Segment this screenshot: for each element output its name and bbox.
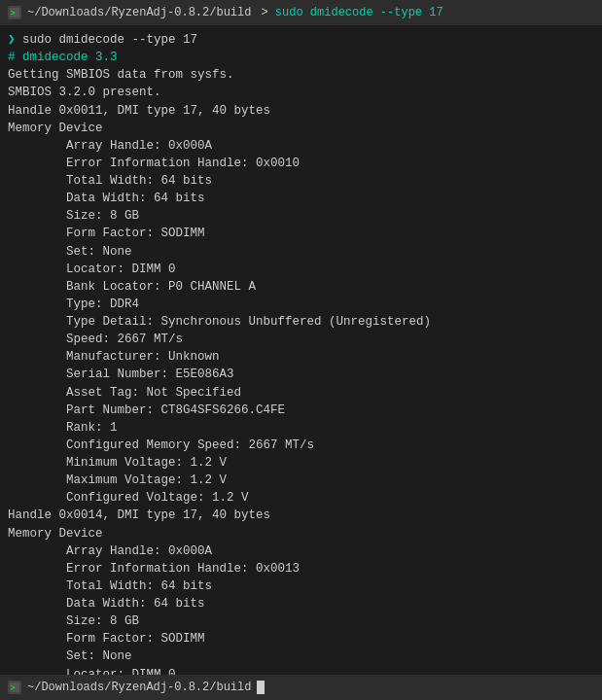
terminal-line: Speed: 2667 MT/s xyxy=(8,331,594,348)
terminal-line: Locator: DIMM 0 xyxy=(8,666,594,676)
bottom-terminal-icon: > xyxy=(8,681,21,694)
terminal-line: Configured Voltage: 1.2 V xyxy=(8,489,594,507)
terminal-line: Locator: DIMM 0 xyxy=(8,261,594,278)
terminal-line: Getting SMBIOS data from sysfs. xyxy=(8,66,594,84)
terminal-window: > ~/Downloads/RyzenAdj-0.8.2/build > sud… xyxy=(0,0,602,700)
cursor xyxy=(257,681,265,694)
terminal-line: Form Factor: SODIMM xyxy=(8,630,594,648)
terminal-line: Handle 0x0014, DMI type 17, 40 bytes xyxy=(8,507,594,524)
title-bar-path: ~/Downloads/RyzenAdj-0.8.2/build xyxy=(27,6,251,19)
terminal-line: Size: 8 GB xyxy=(8,207,594,225)
terminal-content[interactable]: ❯ sudo dmidecode --type 17# dmidecode 3.… xyxy=(0,25,602,675)
terminal-line: Form Factor: SODIMM xyxy=(8,225,594,242)
terminal-line: Serial Number: E5E086A3 xyxy=(8,366,594,383)
terminal-line: Bank Locator: P0 CHANNEL A xyxy=(8,278,594,296)
terminal-line: Type: DDR4 xyxy=(8,296,594,313)
terminal-line: Minimum Voltage: 1.2 V xyxy=(8,454,594,472)
svg-text:>: > xyxy=(11,9,16,18)
terminal-icon: > xyxy=(8,6,21,19)
terminal-line: Rank: 1 xyxy=(8,419,594,437)
title-bar-command: > sudo dmidecode --type 17 xyxy=(261,6,443,19)
terminal-line: Size: 8 GB xyxy=(8,612,594,630)
terminal-line: Memory Device xyxy=(8,525,594,542)
terminal-line: Asset Tag: Not Specified xyxy=(8,384,594,402)
terminal-line: Configured Memory Speed: 2667 MT/s xyxy=(8,437,594,454)
terminal-line: Memory Device xyxy=(8,120,594,137)
terminal-line: Total Width: 64 bits xyxy=(8,172,594,190)
bottom-bar: > ~/Downloads/RyzenAdj-0.8.2/build xyxy=(0,675,602,700)
terminal-line: Type Detail: Synchronous Unbuffered (Unr… xyxy=(8,313,594,331)
terminal-line: SMBIOS 3.2.0 present. xyxy=(8,84,594,101)
terminal-line: Set: None xyxy=(8,648,594,665)
terminal-line: Data Width: 64 bits xyxy=(8,190,594,207)
terminal-line: Part Number: CT8G4SFS6266.C4FE xyxy=(8,402,594,419)
terminal-line: Handle 0x0011, DMI type 17, 40 bytes xyxy=(8,102,594,120)
title-bar: > ~/Downloads/RyzenAdj-0.8.2/build > sud… xyxy=(0,0,602,25)
terminal-line: Total Width: 64 bits xyxy=(8,578,594,595)
terminal-line: Maximum Voltage: 1.2 V xyxy=(8,472,594,489)
svg-text:>: > xyxy=(11,683,16,692)
terminal-line: Data Width: 64 bits xyxy=(8,595,594,612)
terminal-line: Set: None xyxy=(8,243,594,261)
terminal-line: Array Handle: 0x000A xyxy=(8,137,594,155)
terminal-line: Error Information Handle: 0x0013 xyxy=(8,560,594,578)
terminal-line: # dmidecode 3.3 xyxy=(8,49,594,66)
terminal-line: Array Handle: 0x000A xyxy=(8,542,594,560)
command-line: ❯ sudo dmidecode --type 17 xyxy=(8,31,594,49)
terminal-line: Error Information Handle: 0x0010 xyxy=(8,155,594,172)
bottom-bar-path: ~/Downloads/RyzenAdj-0.8.2/build xyxy=(27,681,251,694)
terminal-line: Manufacturer: Unknown xyxy=(8,348,594,366)
